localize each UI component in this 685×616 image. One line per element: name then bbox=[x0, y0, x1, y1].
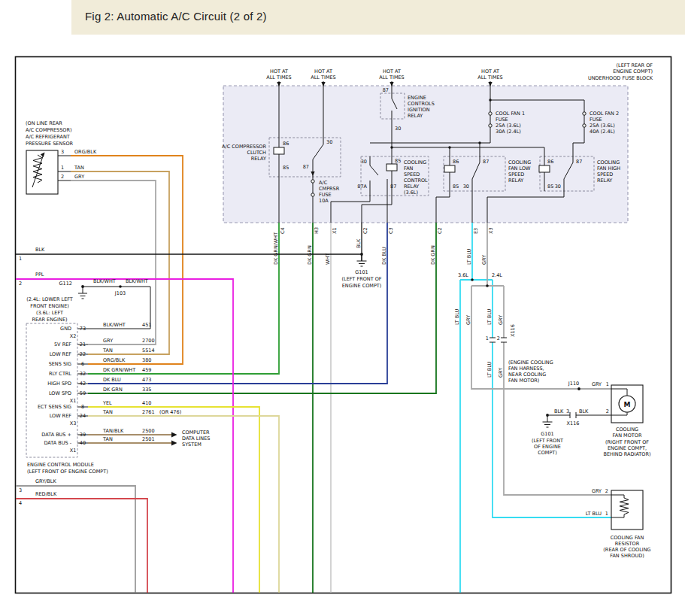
cool-fan2-fuse-label: 40A (2.4L) bbox=[590, 129, 615, 135]
ecm-row-circuit: 380 bbox=[142, 357, 151, 363]
ac-relay-label: RELAY bbox=[251, 156, 266, 162]
ground-g101r-note: OF ENGINE bbox=[534, 444, 561, 450]
sensor-note: (ON LINE REAR bbox=[26, 120, 62, 126]
low-relay-label: SPEED bbox=[508, 171, 524, 178]
cfsc-relay-pin: 85 bbox=[395, 158, 401, 164]
ecm-row-circuit: 2501 bbox=[142, 436, 155, 442]
high-relay-pin: 87 bbox=[576, 159, 582, 165]
data-lines-label: COMPUTER bbox=[182, 429, 210, 435]
resistor-wire-pin: 2 bbox=[605, 488, 608, 494]
fuse-block-location: (LEFT REAR OF bbox=[617, 62, 653, 68]
ecm-row-pin: 24 bbox=[80, 413, 86, 419]
low-relay-pin: 85 bbox=[453, 184, 459, 190]
j110-junction-label: J110 bbox=[568, 381, 579, 387]
g112-note: (2.4L: LOWER LEFT bbox=[26, 296, 73, 302]
harness-note: (ENGINE COOLING bbox=[508, 360, 553, 366]
low-relay-label: RELAY bbox=[508, 178, 523, 184]
wire-color-label: DK GRN bbox=[307, 245, 313, 265]
g112-wire-color: BLK/WHT bbox=[93, 278, 116, 284]
cfsc-relay-label: SPEED bbox=[404, 171, 420, 178]
sensor-note: A/C COMPRESSOR) bbox=[26, 127, 71, 133]
low-relay-pin: 86 bbox=[453, 159, 459, 165]
g112-note: FRONT ENGINE) bbox=[30, 303, 69, 309]
ac-relay-pin: 87 bbox=[303, 164, 309, 170]
g112-note: (3.6L: LEFT bbox=[36, 310, 63, 316]
cool-fan1-fuse-label: 30A (2.4L) bbox=[496, 129, 521, 135]
ground-g112-label: G112 bbox=[59, 281, 72, 287]
hot-label: HOT AT bbox=[270, 68, 288, 74]
x116-connector-label: X116 bbox=[510, 324, 516, 337]
sensor-wire-color: TAN bbox=[74, 165, 84, 171]
hot-label: HOT AT bbox=[314, 68, 332, 74]
ac-pressure-sensor bbox=[26, 150, 58, 194]
motor-ground-pin: 3 bbox=[566, 408, 569, 414]
motor-label: FAN MOTOR bbox=[613, 432, 642, 438]
ecm-row-name: RLY CTRL bbox=[49, 371, 71, 377]
cfsc-relay-label: CONTROL bbox=[404, 178, 428, 184]
ac-fuse-label: 10A bbox=[319, 198, 329, 204]
ground-g101-note: ENGINE COMPT) bbox=[342, 283, 382, 289]
ground-g101-note: (LEFT FRONT OF bbox=[341, 276, 381, 282]
ecm-row-circuit: 2700 bbox=[142, 338, 155, 344]
high-relay-pin: 30 bbox=[555, 184, 561, 190]
cfsc-relay-label: COOLING bbox=[404, 159, 426, 165]
data-lines-label: SYSTEM bbox=[182, 442, 202, 448]
left-wire-label: GRY/BLK bbox=[35, 478, 56, 484]
g112-note: REAR ENGINE) bbox=[32, 317, 67, 323]
resistor-label: FAN SHROUD) bbox=[610, 553, 644, 559]
resistor-label: RESISTOR bbox=[615, 541, 640, 547]
resistor-label: (REAR OF COOLING bbox=[603, 547, 650, 553]
hot-label: HOT AT bbox=[383, 68, 401, 74]
fuse-block-location: ENGINE COMPT) bbox=[613, 68, 653, 74]
sensor-pin: 3 bbox=[61, 149, 64, 155]
harness-note: FAN MOTOR) bbox=[508, 378, 539, 384]
wire-color-label: LT BLU bbox=[466, 248, 472, 265]
cfsc-relay-pin: 87A bbox=[357, 184, 367, 190]
ecm-row-color: TAN/BLK bbox=[102, 428, 124, 434]
motor-ground-connector: X116 bbox=[567, 420, 580, 426]
wire-color-label: GRY bbox=[465, 315, 471, 325]
ground-g101r-label: G101 bbox=[541, 431, 553, 437]
sensor-note: A/C REFRIGERANT bbox=[26, 134, 70, 140]
ecm-row-pin: 22 bbox=[80, 351, 86, 357]
left-wire-label: BLK bbox=[35, 247, 45, 253]
low-relay-label: COOLING bbox=[508, 159, 531, 165]
x116-pin: 2 bbox=[497, 335, 500, 341]
ecm-row-circuit: 2761 bbox=[142, 409, 155, 415]
ecm-row-name: SENS SIG bbox=[49, 361, 71, 367]
wire-color-label: GRY bbox=[498, 315, 504, 325]
ecm-row-color: TAN bbox=[102, 347, 113, 354]
cfsc-relay-pin: 87 bbox=[390, 184, 396, 190]
ecm-row-name: GND bbox=[60, 326, 71, 332]
ecm-row-name: LOW SPD bbox=[49, 390, 71, 396]
wiring-diagram: HOT AT ALL TIMES HOT AT ALL TIMES HOT AT… bbox=[0, 0, 685, 616]
ecm-row-circuit: 410 bbox=[142, 400, 151, 406]
resistor-wire-color: LT BLU bbox=[586, 511, 602, 517]
sensor-pin: 1 bbox=[61, 165, 64, 171]
ecm-row-pin: 8 bbox=[81, 404, 84, 410]
resistor-label: COOLING FAN bbox=[611, 535, 644, 541]
ac-relay-pin: 86 bbox=[283, 141, 289, 147]
high-relay-label: SPEED bbox=[597, 171, 613, 178]
ecm-row-pin: 40 bbox=[80, 440, 86, 446]
left-wire-label: RED/BLK bbox=[35, 491, 57, 497]
connector-ref: C3 bbox=[388, 227, 394, 234]
ecm-row-extra: (OR 476) bbox=[159, 409, 181, 415]
connector-ref: E3 bbox=[473, 228, 479, 234]
motor-wire-pin: 1 bbox=[606, 381, 609, 387]
ecm-row-pin: 73 bbox=[80, 326, 86, 332]
high-relay-pin: 85 bbox=[547, 184, 553, 190]
motor-ground-wire: BLK bbox=[579, 408, 589, 414]
ecm-connector-ref: X1 bbox=[70, 398, 77, 404]
cfsc-relay-label: RELAY bbox=[404, 184, 419, 190]
sensor-wire-color: GRY bbox=[74, 174, 84, 180]
motor-wire-color: GRY bbox=[592, 381, 602, 387]
ecm-connector-ref: X1 bbox=[70, 448, 77, 454]
cool-fan2-fuse-label: COOL FAN 2 bbox=[590, 111, 619, 117]
branch-label-36: 3.6L bbox=[458, 272, 468, 278]
fuse-block-location: UNDERHOOD FUSE BLOCK bbox=[588, 75, 653, 81]
cooling-fan-resistor bbox=[611, 490, 643, 530]
ecm-row-color: ORG/BLK bbox=[103, 357, 126, 363]
ecm-row-color: GRY bbox=[103, 338, 113, 344]
ground-g101r-note: COMPT) bbox=[538, 450, 557, 456]
